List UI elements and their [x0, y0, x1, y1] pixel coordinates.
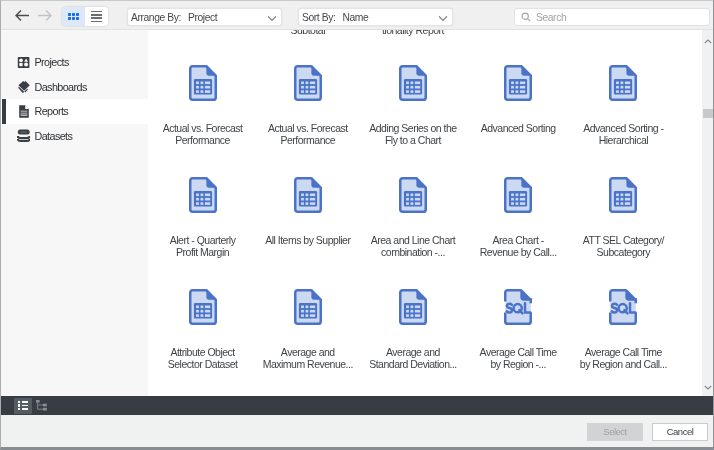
reports-icon	[17, 105, 30, 118]
sidebar-item-dashboards[interactable]: Dashboards	[1, 75, 148, 100]
grid-item[interactable]: Average andMaximum Revenue...	[255, 289, 360, 370]
grid-item[interactable]: Alert - QuarterlyProfit Margin	[150, 177, 255, 258]
grid-item[interactable]: All Items by Supplier	[255, 177, 360, 258]
grid-item-label: Average Call Timeby Region -...	[467, 346, 570, 371]
grid-item-partial[interactable]	[466, 30, 571, 36]
grid-item-label-line1: Alert - Quarterly	[151, 234, 254, 246]
grid-item[interactable]: Advanced Sorting -Hierarchical	[571, 65, 676, 146]
report-document-icon	[399, 289, 427, 325]
tree-view-button[interactable]	[35, 399, 49, 412]
sort-by-dropdown[interactable]: Sort By: Name	[298, 8, 453, 26]
arrange-by-label: Arrange By:	[131, 12, 181, 23]
report-document-icon	[189, 289, 217, 325]
grid-item-label-line2: tionality Report	[361, 30, 464, 36]
select-button[interactable]: Select	[587, 423, 643, 441]
arrange-by-value: Project	[188, 12, 217, 23]
list-view-icon	[91, 9, 102, 23]
grid-item[interactable]: Average Call Timeby Region -...	[466, 289, 571, 370]
grid-item[interactable]: Average Call Timeby Region and Call...	[571, 289, 676, 370]
selected-indicator	[2, 99, 6, 124]
datasets-icon	[17, 129, 30, 142]
view-toggle	[62, 7, 108, 26]
grid-item-label: Actual vs. ForecastPerformance	[256, 122, 359, 147]
grid-item-label-line2	[572, 30, 675, 36]
grid-item-label: Area and Line Chartcombination -...	[361, 234, 464, 259]
grid-item-label-line2	[256, 246, 359, 258]
grid-view-button[interactable]	[62, 7, 85, 26]
grid-item-label-line2: Performance	[151, 134, 254, 146]
grid-item-label: Average andStandard Deviation...	[361, 346, 464, 371]
grid-item-label: Advanced Sorting	[467, 122, 570, 147]
sidebar-item-datasets[interactable]: Datasets	[1, 124, 148, 149]
grid-item-label: Area Chart -Revenue by Call...	[467, 234, 570, 259]
grid-item-label-line1: Advanced Sorting	[467, 122, 570, 134]
grid-item-label-line1: Actual vs. Forecast	[256, 122, 359, 134]
grid-item-label-line2: Profit Margin	[151, 246, 254, 258]
grid-item[interactable]: Adding Series on theFly to a Chart	[360, 65, 465, 146]
arrange-by-dropdown[interactable]: Arrange By: Project	[127, 8, 282, 26]
grid-item-partial[interactable]: tionality Report	[360, 30, 465, 36]
scroll-down-button[interactable]	[702, 380, 713, 394]
grid-item-label	[151, 30, 254, 36]
projects-icon	[17, 56, 30, 69]
grid-item-label-line2: Maximum Revenue...	[256, 358, 359, 370]
status-bar	[1, 396, 713, 415]
sql-document-icon	[609, 289, 637, 325]
search-icon	[521, 12, 531, 22]
grid-item[interactable]: Attribute ObjectSelector Dataset	[150, 289, 255, 370]
sql-document-icon	[504, 289, 532, 325]
vertical-scrollbar[interactable]	[702, 30, 713, 396]
grid-item[interactable]: Area and Line Chartcombination -...	[360, 177, 465, 258]
sidebar-item-projects[interactable]: Projects	[1, 50, 148, 75]
grid-item-label-line2: Revenue by Call...	[467, 246, 570, 258]
grid-item[interactable]: Actual vs. ForecastPerformance	[150, 65, 255, 146]
sidebar: Projects Dashboards	[1, 30, 148, 396]
grid-item[interactable]: Advanced Sorting	[466, 65, 571, 146]
back-arrow-button[interactable]	[14, 9, 30, 22]
report-document-icon	[399, 177, 427, 213]
report-document-icon	[609, 65, 637, 101]
grid-item-label-line1: Area and Line Chart	[361, 234, 464, 246]
grid-item-label	[467, 30, 570, 36]
grid-item-label: Attribute ObjectSelector Dataset	[151, 346, 254, 371]
scrollbar-thumb[interactable]	[703, 109, 713, 118]
search-input-field[interactable]	[536, 12, 709, 23]
report-document-icon	[294, 177, 322, 213]
grid-item-label-line2: Fly to a Chart	[361, 134, 464, 146]
grid-item-label: Subtotal	[256, 30, 359, 36]
forward-arrow-button[interactable]	[37, 9, 53, 22]
grid-item-label-line1: Attribute Object	[151, 346, 254, 358]
grid-item[interactable]: Actual vs. ForecastPerformance	[255, 65, 360, 146]
grid-item[interactable]: ATT SEL Category/Subcategory	[571, 177, 676, 258]
grid-item-label-line1: Actual vs. Forecast	[151, 122, 254, 134]
grid-item-label: Alert - QuarterlyProfit Margin	[151, 234, 254, 259]
search-input[interactable]	[514, 8, 710, 26]
grid-item-label-line2	[467, 30, 570, 36]
sidebar-item-label: Datasets	[35, 130, 73, 142]
grid-item-label-line2: Subcategory	[572, 246, 675, 258]
grid-item-label-line1: Advanced Sorting -	[572, 122, 675, 134]
sidebar-item-reports[interactable]: Reports	[1, 99, 148, 124]
sort-by-value: Name	[342, 12, 368, 23]
report-document-icon	[504, 177, 532, 213]
grid-item-label-line2: Performance	[256, 134, 359, 146]
grid-item-label: All Items by Supplier	[256, 234, 359, 259]
grid-item-label: ATT SEL Category/Subcategory	[572, 234, 675, 259]
grid-item-partial[interactable]	[150, 30, 255, 36]
grid-item-label-line2	[467, 134, 570, 146]
grid-item[interactable]: Average andStandard Deviation...	[360, 289, 465, 370]
list-view-button[interactable]	[85, 7, 108, 26]
grid-item-partial[interactable]	[571, 30, 676, 36]
scroll-up-button[interactable]	[702, 34, 713, 48]
grid-item-label-line1: Adding Series on the	[361, 122, 464, 134]
grid-item-label-line1: Average Call Time	[572, 346, 675, 358]
chevron-down-icon	[267, 15, 277, 22]
grid-item-partial[interactable]: Subtotal	[255, 30, 360, 36]
grid-item-label-line2: combination -...	[361, 246, 464, 258]
report-document-icon	[609, 177, 637, 213]
flat-list-view-button[interactable]	[14, 398, 32, 414]
grid-item[interactable]: Area Chart -Revenue by Call...	[466, 177, 571, 258]
grid-item-label-line1: Area Chart -	[467, 234, 570, 246]
grid-item-label: Adding Series on theFly to a Chart	[361, 122, 464, 147]
cancel-button[interactable]: Cancel	[652, 423, 708, 441]
